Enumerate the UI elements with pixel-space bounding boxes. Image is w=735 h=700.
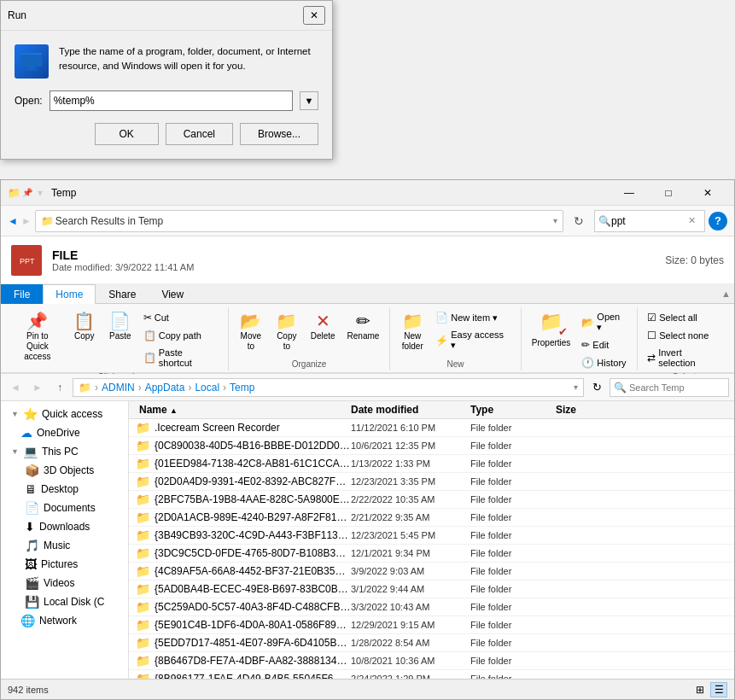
- pin-to-quick-access-button[interactable]: 📌 Pin to Quickaccess: [9, 309, 66, 365]
- sidebar-item-network[interactable]: 🌐 Network: [1, 611, 128, 630]
- new-folder-icon: 📁: [402, 312, 423, 330]
- easy-access-button[interactable]: ⚡ Easy access ▾: [431, 327, 516, 353]
- large-icons-view-button[interactable]: ⊞: [691, 682, 709, 697]
- close-button[interactable]: ✕: [688, 184, 727, 202]
- run-browse-button[interactable]: Browse...: [240, 123, 318, 145]
- tab-view[interactable]: View: [149, 284, 196, 304]
- col-header-type[interactable]: Type: [470, 404, 556, 416]
- forward-icon[interactable]: ►: [21, 215, 32, 227]
- file-row[interactable]: 📁 {01EED984-7138-42C8-AB81-61C1CCA51... …: [129, 455, 734, 473]
- invert-selection-button[interactable]: ⇄ Invert selection: [643, 345, 726, 370]
- tab-home[interactable]: Home: [43, 284, 96, 304]
- file-row[interactable]: 📁 {8B6467D8-FE7A-4DBF-AA82-3888134B17...…: [129, 652, 734, 670]
- copy-path-button[interactable]: 📋 Copy path: [139, 327, 223, 344]
- move-to-button[interactable]: 📂 Moveto: [234, 309, 268, 355]
- new-group: 📁 Newfolder 📄 New item ▾ ⚡ Easy access ▾: [390, 307, 522, 370]
- search-input[interactable]: [611, 215, 688, 227]
- path-admin[interactable]: ADMIN: [102, 382, 135, 394]
- run-dialog: Run ✕ Type the name of a program, folder…: [0, 0, 333, 160]
- folder-item-icon: 📁: [136, 439, 150, 452]
- refresh-button[interactable]: ↻: [567, 210, 591, 232]
- run-ok-button[interactable]: OK: [95, 123, 159, 145]
- file-row[interactable]: 📁 {3DC9C5CD-0FDE-4765-80D7-B108B3084... …: [129, 545, 734, 563]
- addr-search-icon: 🔍: [614, 382, 627, 394]
- pictures-icon: 🖼: [25, 557, 37, 571]
- maximize-button[interactable]: □: [649, 184, 688, 202]
- history-button[interactable]: 🕐 History: [577, 354, 632, 371]
- file-row[interactable]: 📁 {8B986177-1FAE-4D49-B4B5-55045F6DEC...…: [129, 670, 734, 679]
- col-header-date[interactable]: Date modified: [351, 404, 470, 416]
- tab-share[interactable]: Share: [96, 284, 149, 304]
- new-item-button[interactable]: 📄 New item ▾: [431, 309, 516, 326]
- rename-label: Rename: [347, 331, 380, 341]
- address-path[interactable]: 📁 › ADMIN › AppData › Local › Temp ▾: [73, 378, 584, 397]
- col-header-name[interactable]: Name ▲: [129, 404, 351, 416]
- file-row[interactable]: 📁 {02D0A4D9-9391-4E02-8392-ABC827F2DF...…: [129, 473, 734, 491]
- path-appdata[interactable]: AppData: [145, 382, 185, 394]
- sidebar-item-documents[interactable]: 📄 Documents: [1, 499, 128, 517]
- file-row[interactable]: 📁 {2D0A1ACB-989E-4240-B297-A8F2F817B9...…: [129, 509, 734, 527]
- properties-button[interactable]: 📁 ✔ Properties: [527, 309, 576, 352]
- select-none-button[interactable]: ☐ Select none: [643, 327, 726, 344]
- file-row-type: File folder: [470, 548, 556, 558]
- copy-to-button[interactable]: 📁 Copyto: [270, 309, 304, 355]
- breadcrumb-dropdown[interactable]: ▾: [553, 216, 557, 225]
- path-temp[interactable]: Temp: [230, 382, 254, 394]
- file-row[interactable]: 📁 {0C890038-40D5-4B16-BBBE-D012DD093... …: [129, 437, 734, 455]
- path-local[interactable]: Local: [195, 382, 219, 394]
- onedrive-icon: ☁: [20, 426, 32, 440]
- sidebar-item-pictures[interactable]: 🖼 Pictures: [1, 555, 128, 574]
- sidebar-item-desktop[interactable]: 🖥 Desktop: [1, 480, 128, 499]
- sidebar-item-this-pc[interactable]: ▼ 💻 This PC: [1, 442, 128, 461]
- cut-button[interactable]: ✂ Cut: [139, 309, 223, 326]
- select-all-button[interactable]: ☑ Select all: [643, 309, 726, 326]
- file-row[interactable]: 📁 {4C89AF5A-66A8-4452-BF37-21E0B35225...…: [129, 563, 734, 580]
- file-row[interactable]: 📁 {5AD0BA4B-ECEC-49E8-B697-83BC0B6F6... …: [129, 580, 734, 598]
- col-header-size[interactable]: Size: [556, 404, 624, 416]
- addr-search-input[interactable]: [629, 382, 715, 393]
- file-row[interactable]: 📁 {5C259AD0-5C57-40A3-8F4D-C488CFBF7... …: [129, 598, 734, 616]
- back-nav-button[interactable]: ◄: [6, 378, 25, 397]
- rename-button[interactable]: ✏ Rename: [342, 309, 385, 345]
- file-row[interactable]: 📁 .Icecream Screen Recorder 11/12/2021 6…: [129, 419, 734, 437]
- paste-button[interactable]: 📄 Paste: [103, 309, 137, 345]
- paste-shortcut-button[interactable]: 📋 Paste shortcut: [139, 345, 223, 370]
- new-folder-button[interactable]: 📁 Newfolder: [395, 309, 429, 355]
- run-close-button[interactable]: ✕: [303, 6, 325, 25]
- search-clear-icon[interactable]: ✕: [688, 215, 696, 226]
- back-icon[interactable]: ◄: [8, 215, 18, 227]
- up-nav-button[interactable]: ↑: [50, 378, 69, 397]
- path-dropdown[interactable]: ▾: [574, 382, 578, 392]
- sidebar-item-3d-objects[interactable]: 📦 3D Objects: [1, 461, 128, 480]
- details-view-button[interactable]: ☰: [710, 682, 727, 697]
- help-button[interactable]: ?: [709, 212, 727, 230]
- file-row[interactable]: 📁 {3B49CB93-320C-4C9D-A443-F3BF113056...…: [129, 527, 734, 545]
- sidebar-item-local-disk[interactable]: 💾 Local Disk (C: [1, 592, 128, 611]
- forward-nav-button[interactable]: ►: [28, 378, 47, 397]
- file-row-name: 📁 {0C890038-40D5-4B16-BBBE-D012DD093...: [129, 439, 351, 452]
- file-list-header: Name ▲ Date modified Type Size: [129, 401, 734, 419]
- copy-to-label: Copyto: [277, 331, 296, 352]
- sidebar-item-videos[interactable]: 🎬 Videos: [1, 574, 128, 592]
- sidebar-item-downloads[interactable]: ⬇ Downloads: [1, 517, 128, 536]
- copy-button[interactable]: 📋 Copy: [67, 309, 102, 345]
- file-row[interactable]: 📁 {5E901C4B-1DF6-4D0A-80A1-0586F89864...…: [129, 616, 734, 634]
- 3d-objects-icon: 📦: [25, 464, 39, 477]
- sidebar-item-music[interactable]: 🎵 Music: [1, 536, 128, 555]
- sidebar-item-onedrive[interactable]: ☁ OneDrive: [1, 423, 128, 442]
- file-row[interactable]: 📁 {5EDD7D17-4851-4E07-89FA-6D4105B6B7...…: [129, 634, 734, 652]
- minimize-button[interactable]: —: [610, 184, 649, 202]
- tab-file[interactable]: File: [1, 284, 43, 304]
- run-cancel-button[interactable]: Cancel: [166, 123, 233, 145]
- sidebar-item-quick-access[interactable]: ▼ ⭐ Quick access: [1, 405, 128, 423]
- edit-button[interactable]: ✏ Edit: [577, 336, 632, 353]
- file-row[interactable]: 📁 {2BFC75BA-19B8-4AAE-828C-5A9800EF7... …: [129, 491, 734, 509]
- delete-button[interactable]: ✕ Delete: [306, 309, 341, 345]
- ribbon: File Home Share View ▲ 📌 Pin to Quickacc…: [1, 284, 734, 374]
- run-open-dropdown[interactable]: ▼: [300, 91, 318, 110]
- run-open-input[interactable]: [50, 90, 293, 111]
- open-button[interactable]: 📂 Open ▾: [577, 309, 632, 335]
- new-label: New: [395, 359, 516, 370]
- ribbon-collapse-icon[interactable]: ▲: [721, 289, 731, 299]
- addr-refresh-button[interactable]: ↻: [587, 378, 606, 397]
